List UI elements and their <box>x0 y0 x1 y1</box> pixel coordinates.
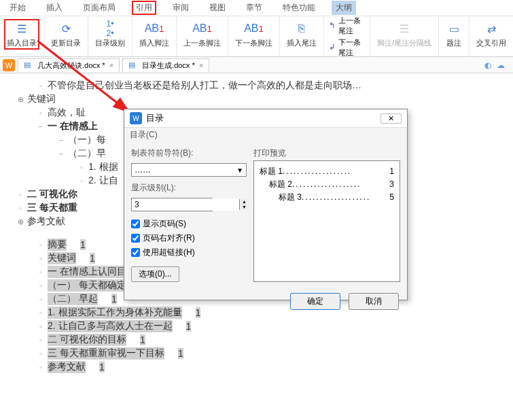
tab-close-icon[interactable]: × <box>199 61 203 69</box>
next-footnote-label: 下一条脚注 <box>235 38 272 48</box>
tab-label: 几大高效秘诀.docx * <box>37 60 105 71</box>
menu-chapter[interactable]: 章节 <box>242 1 266 15</box>
menu-insert[interactable]: 插入 <box>42 1 67 15</box>
preview-dots: ................... <box>292 178 389 191</box>
toc-text: 2. 让自己多与高效人士在一起 <box>48 320 173 332</box>
cloud-icon[interactable]: ☁ <box>497 60 505 70</box>
tab-doc2[interactable]: ▤ 目录生成.docx * × <box>122 58 209 72</box>
separator-label: 脚注/尾注分隔线 <box>377 38 431 48</box>
doc-icon: ▤ <box>128 60 138 70</box>
next-footnote-button[interactable]: AB1 下一条脚注 <box>232 19 275 50</box>
level-input[interactable] <box>132 198 239 211</box>
hyperlink-label: 使用超链接(H) <box>143 247 195 258</box>
menu-review[interactable]: 审阅 <box>169 1 193 15</box>
prev-footnote-button[interactable]: AB1 上一条脚注 <box>181 19 224 50</box>
next-footnote-icon: AB1 <box>246 20 262 37</box>
heading-1-2: （二）早 <box>68 147 106 160</box>
heading-references: 参考文献 <box>27 215 65 228</box>
toc-row: 二 可视化你的目标1 <box>14 333 499 347</box>
menu-view[interactable]: 视图 <box>205 1 230 15</box>
options-button[interactable]: 选项(0)... <box>131 266 179 282</box>
show-page-checkbox[interactable]: 显示页码(S) <box>131 218 247 230</box>
heading-1-2-1: 1. 根据 <box>88 161 118 173</box>
leader-label: 制表符前导符(B): <box>131 147 247 159</box>
spin-up-icon[interactable]: ▲ <box>240 199 249 205</box>
dialog-titlebar[interactable]: W 目录 ✕ <box>124 109 407 128</box>
level-spinner[interactable]: ▲▼ <box>131 198 213 211</box>
toc-text: 二 可视化你的目标 <box>48 334 126 346</box>
show-page-check[interactable] <box>131 220 140 228</box>
toc-row: 2. 让自己多与高效人士在一起1 <box>14 319 499 333</box>
toc-page: 1 <box>90 253 95 264</box>
right-align-check[interactable] <box>131 234 140 243</box>
crossref-label: 交叉引用 <box>476 38 506 48</box>
prev-footnote-label: 上一条脚注 <box>183 38 221 48</box>
prev-footnote-icon: AB1 <box>194 20 211 37</box>
right-align-label: 页码右对齐(R) <box>143 232 195 244</box>
preview-line: 标题 1...................1 <box>260 165 394 178</box>
separator-button: ☰ 脚注/尾注分隔线 <box>374 19 434 50</box>
menu-feature[interactable]: 特色功能 <box>279 1 319 15</box>
ribbon: ☰ 插入目录 ⟳ 更新目录 1•2• 目录级别 AB1 插入脚注 AB1 上一条… <box>0 16 513 57</box>
update-icon: ⟳ <box>58 20 74 37</box>
insert-endnote-button[interactable]: ⎘ 插入尾注 <box>284 19 319 50</box>
toc-icon: ☰ <box>14 20 30 37</box>
spin-down-icon[interactable]: ▼ <box>240 205 249 210</box>
preview-dots: ................... <box>283 165 389 178</box>
preview-text: 标题 1 <box>260 165 283 178</box>
toc-page: 1 <box>111 294 117 304</box>
body-text: 不管你是自己创业当老板还是给别人打工，做一个高效的人都是走向职场… <box>48 80 361 92</box>
menu-layout[interactable]: 页面布局 <box>79 1 120 15</box>
toc-level-button[interactable]: 1•2• 目录级别 <box>92 19 128 50</box>
preview-text: 标题 2 <box>269 178 292 191</box>
dialog-section-label: 目录(C) <box>124 128 407 142</box>
show-page-label: 显示页码(S) <box>143 218 186 230</box>
insert-toc-label: 插入目录 <box>7 38 37 48</box>
crossref-icon: ⇄ <box>483 20 499 37</box>
update-toc-button[interactable]: ⟳ 更新目录 <box>48 19 84 50</box>
crossref-button[interactable]: ⇄ 交叉引用 <box>474 19 509 50</box>
home-icon[interactable]: W <box>3 59 15 71</box>
toc-text: 关键词 <box>48 252 76 264</box>
preview-line: 标题 2...................3 <box>260 178 394 191</box>
insert-endnote-label: 插入尾注 <box>287 38 317 48</box>
toc-page: 1 <box>186 321 192 332</box>
cancel-button[interactable]: 取消 <box>349 293 399 310</box>
toc-page: 1 <box>140 334 145 345</box>
toc-dialog: W 目录 ✕ 目录(C) 制表符前导符(B): ……▼ 显示级别(L): ▲▼ … <box>124 109 408 300</box>
hyperlink-check[interactable] <box>131 248 140 257</box>
separator-icon: ☰ <box>396 20 412 37</box>
caption-label: 题注 <box>446 38 461 48</box>
preview-dots: ................... <box>302 191 389 204</box>
heading-2: 二 可视化你 <box>27 188 77 200</box>
hyperlink-checkbox[interactable]: 使用超链接(H) <box>131 247 247 258</box>
dialog-title: 目录 <box>146 112 164 124</box>
cloud-sync-icon[interactable]: ◐ <box>484 60 491 70</box>
preview-label: 打印预览 <box>253 147 400 159</box>
tab-close-icon[interactable]: × <box>109 61 113 69</box>
caption-button[interactable]: ▭ 题注 <box>443 19 465 50</box>
next-endnote-button[interactable]: ↲下一条尾注 <box>328 37 366 58</box>
menu-references[interactable]: 引用 <box>132 1 156 15</box>
prev-endnote-button[interactable]: ↰上一条尾注 <box>328 16 366 36</box>
level-label: 显示级别(L): <box>131 182 247 194</box>
preview-box: 标题 1...................1标题 2............… <box>253 160 400 282</box>
endnote-icon: ⎘ <box>294 20 310 37</box>
right-align-checkbox[interactable]: 页码右对齐(R) <box>131 232 247 244</box>
preview-line: 标题 3...................5 <box>260 191 394 204</box>
preview-text: 标题 3 <box>279 191 302 204</box>
tab-doc1[interactable]: ▤ 几大高效秘诀.docx * × <box>18 58 120 72</box>
menu-start[interactable]: 开始 <box>5 1 30 15</box>
toc-row: 参考文献1 <box>14 360 499 374</box>
insert-footnote-button[interactable]: AB1 插入脚注 <box>137 19 172 50</box>
insert-footnote-label: 插入脚注 <box>139 38 169 48</box>
leader-combo[interactable]: ……▼ <box>131 163 247 177</box>
menu-outline[interactable]: 大纲 <box>332 1 356 15</box>
ok-button[interactable]: 确定 <box>290 293 340 310</box>
dropdown-icon: ▼ <box>236 167 243 174</box>
prev-endnote-label: 上一条尾注 <box>338 16 365 36</box>
insert-toc-button[interactable]: ☰ 插入目录 <box>4 19 39 50</box>
dialog-close-button[interactable]: ✕ <box>381 113 402 124</box>
level-icon: 1•2• <box>102 20 118 37</box>
heading-3: 三 每天都重 <box>27 202 77 214</box>
